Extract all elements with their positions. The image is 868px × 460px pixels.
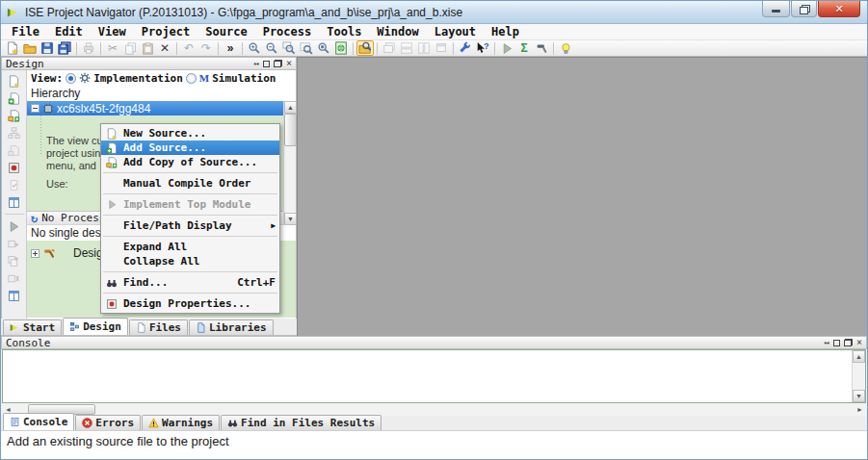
html-report-icon[interactable] bbox=[332, 40, 350, 56]
menu-edit[interactable]: Edit bbox=[47, 24, 91, 39]
zoom-full-icon[interactable] bbox=[315, 40, 332, 56]
tile-horizontal-icon[interactable] bbox=[398, 40, 415, 56]
open-folder-icon[interactable] bbox=[21, 40, 39, 56]
redo-icon[interactable]: ↷ bbox=[197, 40, 215, 56]
device-tree-row[interactable]: xc6slx45t-2fgg484 bbox=[27, 101, 283, 115]
lightbulb-icon[interactable] bbox=[557, 40, 574, 56]
menu-file[interactable]: File bbox=[4, 24, 47, 39]
paste-icon[interactable] bbox=[139, 40, 156, 56]
menu-tools[interactable]: Tools bbox=[319, 24, 369, 39]
strip-run-process-icon[interactable] bbox=[6, 218, 23, 234]
menu-window[interactable]: Window bbox=[369, 24, 426, 39]
panel-float-icon[interactable]: ↔ bbox=[824, 338, 829, 347]
print-icon[interactable] bbox=[80, 40, 97, 56]
delete-icon[interactable]: ✕ bbox=[156, 40, 173, 56]
tab-start[interactable]: Start bbox=[3, 319, 62, 335]
run-icon[interactable] bbox=[498, 40, 515, 56]
strip-rerun-icon[interactable] bbox=[6, 236, 23, 251]
menu-view[interactable]: View bbox=[91, 24, 134, 39]
scroll-up-icon[interactable]: ▲ bbox=[853, 350, 865, 363]
cut-icon[interactable]: ✂ bbox=[104, 40, 121, 56]
menu-item-add-copy-of-source[interactable]: Add Copy of Source... bbox=[101, 155, 279, 169]
tile-vertical-icon[interactable] bbox=[415, 40, 433, 56]
refresh-processes-icon[interactable]: ↻ bbox=[31, 213, 38, 224]
strip-stop-icon[interactable] bbox=[6, 270, 23, 286]
save-icon[interactable] bbox=[39, 40, 56, 56]
menu-process[interactable]: Process bbox=[255, 24, 320, 39]
new-document-icon[interactable] bbox=[4, 40, 21, 56]
strip-check-icon[interactable] bbox=[6, 177, 23, 192]
scroll-down-icon[interactable]: ▼ bbox=[853, 390, 865, 402]
strip-add-copy-source-icon[interactable] bbox=[6, 108, 23, 123]
wrench-icon[interactable] bbox=[457, 40, 474, 56]
close-button[interactable]: ✕ bbox=[818, 1, 860, 17]
menu-item-find[interactable]: Find... Ctrl+F bbox=[101, 275, 279, 290]
undo-icon[interactable]: ↶ bbox=[180, 40, 197, 56]
implement-tool-icon[interactable] bbox=[533, 40, 550, 56]
copy-icon[interactable] bbox=[121, 40, 139, 56]
tab-warnings[interactable]: Warnings bbox=[142, 415, 220, 430]
restore-button[interactable] bbox=[791, 1, 817, 17]
implementation-label[interactable]: Implementation bbox=[93, 72, 183, 85]
panel-maximize-icon[interactable] bbox=[263, 61, 270, 67]
console-vscrollbar[interactable]: ▲ ▼ bbox=[852, 350, 865, 402]
menu-help[interactable]: Help bbox=[484, 24, 527, 39]
cascade-windows-icon[interactable] bbox=[381, 40, 398, 56]
tab-files[interactable]: Files bbox=[129, 319, 188, 335]
hierarchy-scrollbar[interactable]: ▲ ▼ bbox=[283, 101, 296, 225]
implementation-radio[interactable] bbox=[66, 73, 76, 84]
process-tree-row[interactable]: Design bbox=[31, 246, 109, 260]
tab-libraries[interactable]: Libraries bbox=[189, 319, 274, 335]
simulation-radio[interactable] bbox=[186, 73, 197, 84]
menu-item-implement-top-module[interactable]: Implement Top Module bbox=[101, 197, 279, 212]
panel-close-icon[interactable]: × bbox=[856, 338, 862, 347]
menu-item-design-properties[interactable]: Design Properties... bbox=[101, 296, 279, 311]
strip-new-source-icon[interactable] bbox=[6, 73, 23, 89]
menu-item-new-source[interactable]: New Source... bbox=[101, 126, 279, 141]
zoom-box-icon[interactable] bbox=[280, 40, 298, 56]
menu-item-file-path-display[interactable]: File/Path Display ▶ bbox=[101, 218, 279, 233]
menu-item-add-source[interactable]: Add Source... bbox=[101, 141, 279, 155]
menu-source[interactable]: Source bbox=[197, 24, 254, 39]
scroll-right-icon[interactable]: ► bbox=[854, 403, 866, 416]
strip-add-source-icon[interactable] bbox=[6, 90, 23, 106]
menu-item-manual-compile-order[interactable]: Manual Compile Order bbox=[101, 176, 279, 191]
strip-columns-icon[interactable] bbox=[6, 194, 23, 210]
zoom-fit-icon[interactable] bbox=[298, 40, 315, 56]
sigma-icon[interactable]: Σ bbox=[515, 40, 533, 56]
minimize-button[interactable] bbox=[762, 1, 790, 17]
strip-hierarchy-icon[interactable] bbox=[6, 125, 23, 141]
simulation-label[interactable]: Simulation bbox=[212, 72, 276, 85]
strip-rerun-all-icon[interactable] bbox=[6, 253, 23, 268]
zoom-out-icon[interactable] bbox=[263, 40, 280, 56]
menu-layout[interactable]: Layout bbox=[427, 24, 484, 39]
titlebar[interactable]: ISE Project Navigator (P.20131013) - G:\… bbox=[1, 1, 867, 24]
menu-project[interactable]: Project bbox=[134, 24, 198, 39]
close-window-icon[interactable] bbox=[433, 40, 450, 56]
menu-item-collapse-all[interactable]: Collapse All bbox=[101, 254, 279, 268]
panel-restore-icon[interactable] bbox=[844, 339, 853, 346]
strip-library-icon[interactable] bbox=[6, 142, 23, 158]
help-pointer-icon[interactable]: ? bbox=[474, 40, 491, 56]
panel-float-icon[interactable]: ↔ bbox=[253, 59, 259, 68]
tab-console[interactable]: Console bbox=[3, 413, 74, 430]
console-output[interactable]: ▲ ▼ bbox=[2, 349, 866, 403]
zoom-in-icon[interactable] bbox=[246, 40, 263, 56]
tab-find-in-files[interactable]: Find in Files Results bbox=[221, 415, 381, 430]
tab-design[interactable]: Design bbox=[63, 318, 128, 335]
scroll-thumb[interactable] bbox=[284, 114, 297, 146]
panel-maximize-icon[interactable] bbox=[833, 340, 840, 346]
panel-restore-icon[interactable] bbox=[274, 60, 282, 67]
tab-errors[interactable]: Errors bbox=[75, 415, 141, 430]
strip-snapshot-icon[interactable] bbox=[6, 160, 23, 175]
collapse-expander-icon[interactable] bbox=[31, 104, 39, 113]
strip-process-columns-icon[interactable] bbox=[6, 288, 23, 303]
scroll-down-icon[interactable]: ▼ bbox=[284, 213, 297, 225]
save-all-icon[interactable] bbox=[56, 40, 73, 56]
scroll-up-icon[interactable]: ▲ bbox=[284, 101, 297, 114]
panel-close-icon[interactable]: × bbox=[286, 59, 292, 68]
expand-expander-icon[interactable] bbox=[31, 249, 39, 258]
pan-view-icon[interactable] bbox=[356, 40, 374, 56]
menu-item-expand-all[interactable]: Expand All bbox=[101, 240, 279, 254]
overflow-chevron-icon[interactable]: » bbox=[222, 40, 239, 56]
